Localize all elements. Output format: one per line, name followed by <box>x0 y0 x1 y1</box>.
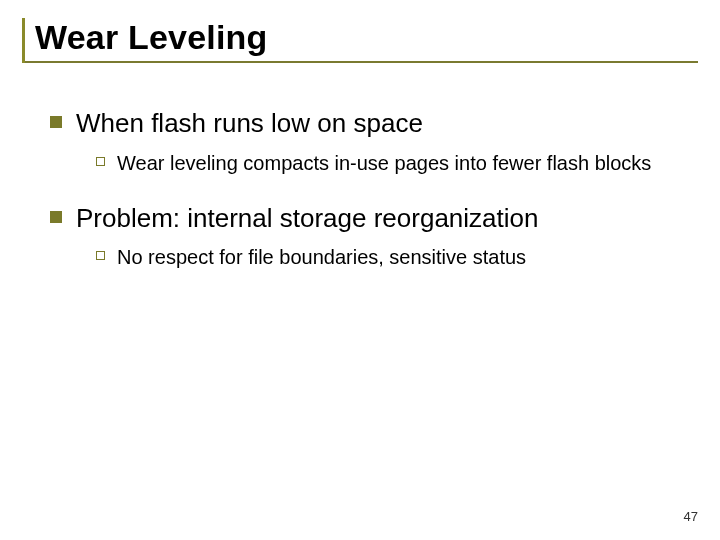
list-item: When flash runs low on space <box>50 107 684 140</box>
square-bullet-icon <box>50 211 62 223</box>
bullet-text: Problem: internal storage reorganization <box>76 202 538 235</box>
bullet-text: When flash runs low on space <box>76 107 423 140</box>
page-number: 47 <box>684 509 698 524</box>
list-item: Wear leveling compacts in-use pages into… <box>96 150 684 176</box>
sub-bullet-text: No respect for file boundaries, sensitiv… <box>117 244 526 270</box>
square-bullet-icon <box>50 116 62 128</box>
sub-bullet-text: Wear leveling compacts in-use pages into… <box>117 150 651 176</box>
title-block: Wear Leveling <box>22 18 698 63</box>
square-outline-bullet-icon <box>96 157 105 166</box>
list-item: Problem: internal storage reorganization <box>50 202 684 235</box>
slide-title: Wear Leveling <box>35 18 698 57</box>
slide: Wear Leveling When flash runs low on spa… <box>0 0 720 540</box>
square-outline-bullet-icon <box>96 251 105 260</box>
content-area: When flash runs low on space Wear leveli… <box>22 63 698 270</box>
list-item: No respect for file boundaries, sensitiv… <box>96 244 684 270</box>
